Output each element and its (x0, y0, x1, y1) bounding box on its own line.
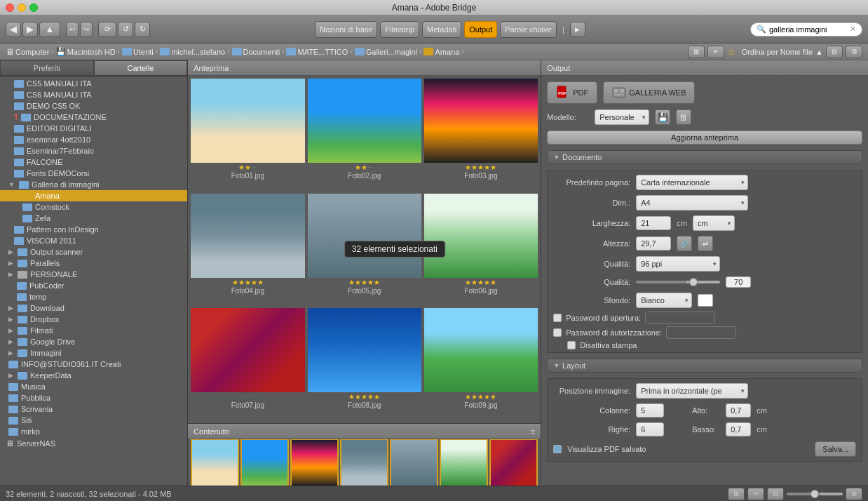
panel-menu-btn[interactable]: ≡ (531, 427, 535, 436)
bottom-options[interactable]: ⊕ (846, 488, 862, 500)
password-autorizzazione-field[interactable] (666, 326, 736, 339)
history-forward[interactable]: ↪ (80, 22, 93, 37)
dim-select[interactable]: A4 (636, 195, 748, 211)
model-delete-btn[interactable]: 🗑 (676, 109, 691, 125)
sidebar-item-download[interactable]: ▶ Download (0, 302, 187, 314)
bc-computer[interactable]: 🖥 Computer (6, 47, 49, 57)
bc-user[interactable]: michel...stefano (160, 48, 225, 56)
refresh2-button[interactable]: ↻ (135, 22, 150, 37)
close-button[interactable] (6, 4, 14, 12)
photo-cell-8[interactable]: ★★★★★ Foto08.jpg (308, 308, 421, 420)
grid-view-btn[interactable]: ⊞ (688, 46, 705, 58)
password-apertura-field[interactable] (645, 312, 715, 324)
view-options-btn[interactable]: ⊟ (826, 46, 843, 58)
larghezza-input[interactable] (636, 216, 671, 230)
bottom-view-detail[interactable]: ⊟ (767, 488, 784, 500)
password-apertura-checkbox[interactable] (553, 314, 562, 322)
swap-dims-btn[interactable]: ⇄ (698, 236, 713, 251)
sidebar-item-comstock[interactable]: Comstock (0, 201, 187, 213)
sidebar-item-server[interactable]: 🖥 ServerNAS (0, 437, 187, 450)
sidebar-item[interactable]: FALCONE (0, 156, 187, 168)
sidebar-item[interactable]: CS6 MANUALI ITA (0, 89, 187, 100)
bc-mate[interactable]: MATE...TTICO (286, 48, 348, 56)
history-back[interactable]: ↩ (66, 22, 79, 37)
settings-btn[interactable]: ⚙ (846, 46, 862, 58)
favorite-btn[interactable]: ☆ (727, 46, 736, 58)
unit-select[interactable]: cm (693, 215, 735, 231)
sidebar-item[interactable]: ▶ Dropbox (0, 314, 187, 325)
visualizza-checkbox[interactable] (553, 445, 562, 453)
basso-input[interactable] (726, 422, 751, 436)
predefinito-select[interactable]: Carta internazionale (636, 175, 748, 190)
bc-documenti[interactable]: Documenti (232, 48, 280, 56)
sidebar-item[interactable]: ▶ Google Drive (0, 336, 187, 347)
refresh-button[interactable]: ↺ (118, 22, 133, 37)
salva-button[interactable]: Salva... (815, 441, 856, 457)
bottom-view-list[interactable]: ≡ (747, 488, 764, 500)
sidebar-item[interactable]: ▶ Filmati (0, 325, 187, 336)
sidebar-item[interactable]: eseminar 4ott2010 (0, 134, 187, 145)
sidebar-item[interactable]: CS5 MANUALI ITA (0, 78, 187, 89)
zoom-slider[interactable] (787, 493, 843, 495)
disattiva-stampa-checkbox[interactable] (567, 341, 576, 349)
sidebar-item[interactable]: temp (0, 291, 187, 302)
sync-button[interactable]: ⟳ (98, 22, 116, 37)
sidebar-item[interactable]: Siti (0, 415, 187, 426)
maximize-button[interactable] (29, 4, 38, 12)
sidebar-item[interactable]: mirko (0, 426, 187, 437)
photo-cell-9[interactable]: ★★★★★ Foto09.jpg (424, 308, 538, 420)
sidebar-item[interactable]: EDITORI DIGITALI (0, 123, 187, 134)
altezza-input[interactable] (636, 236, 671, 250)
layout-section-header[interactable]: ▼ Layout (547, 359, 862, 373)
forward-button[interactable]: ▶ (22, 22, 38, 37)
bottom-view-grid[interactable]: ⊞ (728, 488, 745, 500)
quality-slider[interactable] (636, 281, 720, 283)
sidebar-item-amana[interactable]: Amana (0, 190, 187, 201)
sidebar-item[interactable]: Pattern con InDesign (0, 224, 187, 235)
photo-cell-2[interactable]: ★★··· Foto02.jpg (308, 79, 421, 191)
sidebar-item-output[interactable]: ▶ Output scanner (0, 246, 187, 258)
sidebar-item[interactable]: PubCoder (0, 280, 187, 291)
photo-cell-7[interactable]: ····· Foto07.jpg (191, 308, 304, 420)
search-input[interactable] (769, 25, 847, 34)
sidebar-item[interactable]: Scrivania (0, 403, 187, 415)
bc-galleria[interactable]: Galleri...magini (355, 48, 417, 56)
sfondo-select[interactable]: Bianco (636, 293, 692, 308)
pdf-button[interactable]: PDF PDF (547, 81, 597, 104)
colonne-input[interactable] (636, 403, 664, 417)
sidebar-item[interactable]: Pubblica (0, 392, 187, 403)
update-preview-button[interactable]: Aggiorna anteprima (547, 131, 862, 145)
sidebar-item[interactable]: ▶ Parallels (0, 258, 187, 269)
bc-macintosh[interactable]: 💾 Macintosh HD (56, 47, 116, 56)
documento-section-header[interactable]: ▼ Documento (547, 150, 862, 164)
sidebar-item[interactable]: Fonts DEMOCorsi (0, 168, 187, 179)
sidebar-item-zefa[interactable]: Zefa (0, 213, 187, 224)
bc-utenti[interactable]: Utenti (122, 48, 154, 56)
more-button[interactable]: ▶ (570, 22, 585, 37)
sidebar-item[interactable]: Eseminar7Febbraio (0, 145, 187, 156)
web-gallery-button[interactable]: GALLERIA WEB (603, 81, 695, 104)
righe-input[interactable] (636, 422, 664, 436)
up-button[interactable]: ▲ (39, 22, 60, 37)
tab-output[interactable]: Output (464, 21, 497, 38)
tab-nozioni[interactable]: Nozioni di base (315, 21, 377, 38)
minimize-button[interactable] (18, 4, 26, 12)
password-autorizzazione-checkbox[interactable] (553, 328, 562, 337)
link-proportions-btn[interactable]: 🔗 (677, 236, 692, 251)
sidebar-item-galleria[interactable]: ▼ Galleria di immagini (0, 179, 187, 190)
sidebar-item[interactable]: Musica (0, 381, 187, 392)
search-clear-icon[interactable]: ✕ (850, 25, 856, 34)
tab-preferiti[interactable]: Preferiti (0, 60, 94, 76)
photo-cell-5[interactable]: 32 elementi selezionati ★★★★★ Foto05.jpg (308, 194, 421, 306)
back-button[interactable]: ◀ (6, 22, 21, 37)
alto-input[interactable] (726, 403, 751, 417)
tab-parole[interactable]: Parole chiave (500, 21, 557, 38)
qualita-select[interactable]: 96 ppi (636, 256, 720, 272)
list-view-btn[interactable]: ≡ (707, 46, 724, 58)
sidebar-item[interactable]: INFO@STUDIO361.IT Creati (0, 359, 187, 370)
tab-metadati[interactable]: Metadati (422, 21, 461, 38)
sidebar-item[interactable]: ▶ PERSONALE (0, 269, 187, 280)
posizione-select[interactable]: Prima in orizzontale (pe (636, 383, 748, 399)
sidebar-item[interactable]: T DOCUMENTAZIONE (0, 112, 187, 123)
sidebar-item[interactable]: ▶ Immagini (0, 347, 187, 359)
